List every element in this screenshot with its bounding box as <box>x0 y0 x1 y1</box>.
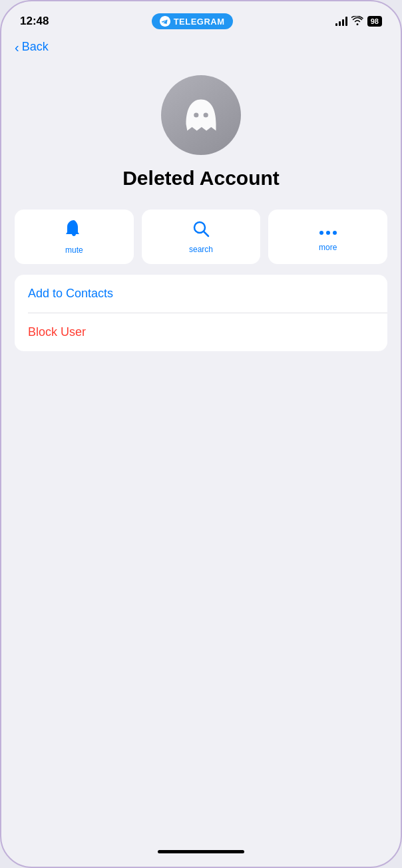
block-user-button[interactable]: Block User <box>15 313 387 351</box>
search-button[interactable]: search <box>142 210 261 264</box>
wifi-icon <box>351 16 363 27</box>
block-user-label: Block User <box>28 325 86 339</box>
home-indicator <box>158 850 244 853</box>
svg-point-4 <box>319 231 323 235</box>
svg-point-5 <box>326 231 330 235</box>
action-buttons-row: mute search more <box>15 210 387 264</box>
svg-point-6 <box>333 231 337 235</box>
telegram-icon <box>160 16 170 27</box>
back-chevron-icon: ‹ <box>15 41 19 54</box>
mute-label: mute <box>65 245 83 255</box>
mute-button[interactable]: mute <box>15 210 134 264</box>
more-label: more <box>319 243 337 252</box>
svg-point-1 <box>204 112 208 117</box>
menu-list: Add to Contacts Block User <box>15 275 387 351</box>
status-right: 98 <box>335 16 382 27</box>
profile-name: Deleted Account <box>122 167 280 190</box>
svg-line-3 <box>204 232 209 237</box>
avatar <box>161 75 241 155</box>
svg-point-2 <box>194 222 205 233</box>
ghost-icon <box>177 91 225 139</box>
battery-indicator: 98 <box>367 16 382 27</box>
add-to-contacts-button[interactable]: Add to Contacts <box>15 275 387 313</box>
phone-frame: 12:48 TELEGRAM <box>0 0 402 868</box>
nav-bar: ‹ Back <box>1 37 401 62</box>
telegram-pill: TELEGRAM <box>152 13 233 29</box>
more-dots-icon <box>319 221 337 239</box>
status-time: 12:48 <box>20 15 49 28</box>
profile-section: Deleted Account <box>1 62 401 210</box>
telegram-label: TELEGRAM <box>174 17 225 27</box>
signal-bars-icon <box>335 17 347 26</box>
search-label: search <box>189 245 213 254</box>
status-bar: 12:48 TELEGRAM <box>1 1 401 37</box>
add-to-contacts-label: Add to Contacts <box>28 287 113 300</box>
bell-icon <box>65 219 83 241</box>
status-center: TELEGRAM <box>152 13 233 29</box>
search-icon <box>192 219 210 241</box>
back-button[interactable]: ‹ Back <box>15 40 49 54</box>
back-label: Back <box>22 40 49 54</box>
more-button[interactable]: more <box>268 210 387 264</box>
svg-point-0 <box>194 112 198 117</box>
